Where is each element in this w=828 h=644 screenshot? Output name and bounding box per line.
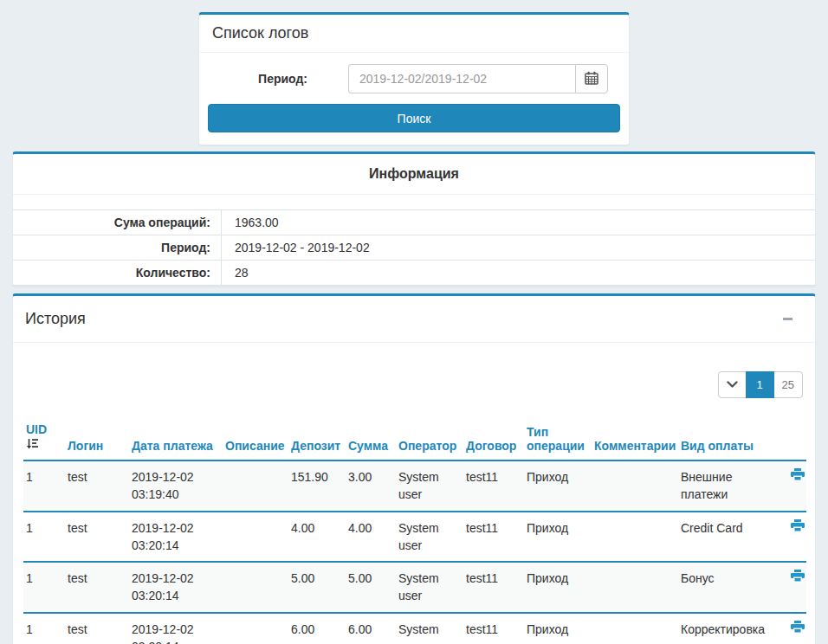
cell-amount: 4.00 — [346, 512, 396, 563]
printer-icon — [791, 572, 805, 585]
cell-operator: System user — [396, 512, 463, 563]
pagination: 1 25 — [23, 371, 803, 398]
period-form-row: Период: — [199, 53, 629, 93]
period-input-group — [348, 64, 608, 93]
cell-description — [223, 512, 288, 563]
cell-comments — [592, 562, 678, 613]
cell-operator: System user — [396, 613, 463, 644]
chevron-down-icon — [727, 378, 738, 391]
history-panel: История 1 25 — [12, 293, 816, 644]
sum-value: 1963.00 — [222, 210, 815, 235]
table-row: 1 test 2019-12-02 03:19:40 151.90 3.00 S… — [23, 460, 806, 512]
information-body: Сума операций: 1963.00 Период: 2019-12-0… — [13, 195, 815, 286]
card-body: Период: Поиск — [199, 53, 629, 132]
column-header-payment-date[interactable]: Дата платежа — [129, 421, 223, 460]
cell-deposit: 5.00 — [288, 562, 346, 613]
pagination-group: 1 25 — [718, 371, 803, 398]
cell-comments — [592, 512, 678, 563]
collapse-button[interactable] — [779, 306, 803, 332]
period-label: Период: — [199, 72, 307, 86]
column-header-deposit[interactable]: Депозит — [288, 421, 346, 460]
cell-uid: 1 — [23, 512, 65, 563]
column-header-description[interactable]: Описание — [223, 421, 288, 460]
column-header-payment-kind[interactable]: Вид оплаты — [678, 421, 775, 460]
cell-uid: 1 — [23, 562, 65, 613]
sort-amount-icon — [26, 438, 61, 453]
table-row: 1 test 2019-12-02 03:20:14 4.00 4.00 Sys… — [23, 512, 806, 563]
period-row-value: 2019-12-02 - 2019-12-02 — [222, 235, 815, 260]
cell-amount: 5.00 — [346, 562, 396, 613]
cell-payment-date: 2019-12-02 03:20:14 — [129, 562, 223, 613]
cell-comments — [592, 460, 678, 512]
cell-login: test — [65, 562, 129, 613]
info-row-sum: Сума операций: 1963.00 — [13, 209, 815, 235]
cell-payment-kind: Корректировка — [678, 613, 775, 644]
cell-deposit: 4.00 — [288, 512, 346, 563]
sum-label: Сума операций: — [13, 210, 222, 235]
search-button[interactable]: Поиск — [208, 104, 620, 132]
cell-payment-date: 2019-12-02 03:19:40 — [129, 460, 223, 512]
page-size-button[interactable]: 25 — [773, 371, 803, 398]
count-label: Количество: — [13, 261, 222, 285]
cell-operation-type: Приход — [524, 512, 592, 563]
history-table: UID Логин Дата платежа — [23, 421, 806, 644]
history-body: 1 25 UID — [13, 371, 815, 644]
information-title: Информация — [13, 154, 815, 195]
cell-uid: 1 — [23, 460, 65, 512]
print-button[interactable] — [791, 519, 805, 535]
page-button-1[interactable]: 1 — [746, 371, 774, 398]
information-panel: Информация Сума операций: 1963.00 Период… — [12, 151, 816, 287]
cell-comments — [592, 613, 678, 644]
table-row: 1 test 2019-12-02 03:20:14 5.00 5.00 Sys… — [23, 562, 806, 613]
cell-print — [775, 460, 806, 512]
column-header-comments[interactable]: Комментарии — [592, 421, 678, 460]
cell-deposit: 6.00 — [288, 613, 346, 644]
cell-description — [223, 562, 288, 613]
cell-payment-kind: Внешние платежи — [678, 460, 775, 512]
cell-payment-kind: Бонус — [678, 562, 775, 613]
cell-contract: test11 — [463, 562, 524, 613]
cell-payment-date: 2019-12-02 03:20:14 — [129, 512, 223, 563]
column-header-operation-type[interactable]: Тип операции — [524, 421, 592, 460]
count-value: 28 — [222, 261, 815, 285]
cell-contract: test11 — [463, 613, 524, 644]
log-list-card: Список логов Период: Поиск — [198, 12, 630, 145]
column-header-print — [775, 421, 806, 460]
printer-icon — [791, 623, 805, 636]
cell-contract: test11 — [463, 512, 524, 563]
table-row: 1 test 2019-12-02 03:20:14 6.00 6.00 Sys… — [23, 613, 806, 644]
calendar-addon-button[interactable] — [575, 64, 608, 93]
period-input[interactable] — [348, 64, 575, 93]
cell-login: test — [65, 460, 129, 512]
column-header-login[interactable]: Логин — [65, 421, 129, 460]
history-title: История — [25, 310, 86, 328]
print-button[interactable] — [791, 468, 805, 484]
page-size-dropdown-button[interactable] — [718, 371, 747, 398]
info-row-count: Количество: 28 — [13, 260, 815, 286]
cell-deposit: 151.90 — [288, 460, 346, 512]
column-header-uid[interactable]: UID — [23, 421, 65, 460]
cell-operation-type: Приход — [524, 613, 592, 644]
cell-operator: System user — [396, 460, 463, 512]
column-header-amount[interactable]: Сумма — [346, 421, 396, 460]
cell-payment-kind: Credit Card — [678, 512, 775, 563]
cell-operation-type: Приход — [524, 460, 592, 512]
calendar-icon — [585, 71, 598, 87]
cell-print — [775, 562, 806, 613]
cell-amount: 3.00 — [346, 460, 396, 512]
cell-operation-type: Приход — [524, 562, 592, 613]
column-header-contract[interactable]: Договор — [463, 421, 524, 460]
cell-amount: 6.00 — [346, 613, 396, 644]
cell-login: test — [65, 512, 129, 563]
history-table-body: 1 test 2019-12-02 03:19:40 151.90 3.00 S… — [23, 460, 806, 644]
print-button[interactable] — [791, 570, 805, 585]
cell-description — [223, 613, 288, 644]
period-row-label: Период: — [13, 235, 222, 260]
cell-operator: System user — [396, 562, 463, 613]
print-button[interactable] — [791, 621, 805, 636]
column-header-operator[interactable]: Оператор — [396, 421, 463, 460]
cell-payment-date: 2019-12-02 03:20:14 — [129, 613, 223, 644]
cell-login: test — [65, 613, 129, 644]
cell-print — [775, 613, 806, 644]
info-row-period: Период: 2019-12-02 - 2019-12-02 — [13, 235, 815, 260]
